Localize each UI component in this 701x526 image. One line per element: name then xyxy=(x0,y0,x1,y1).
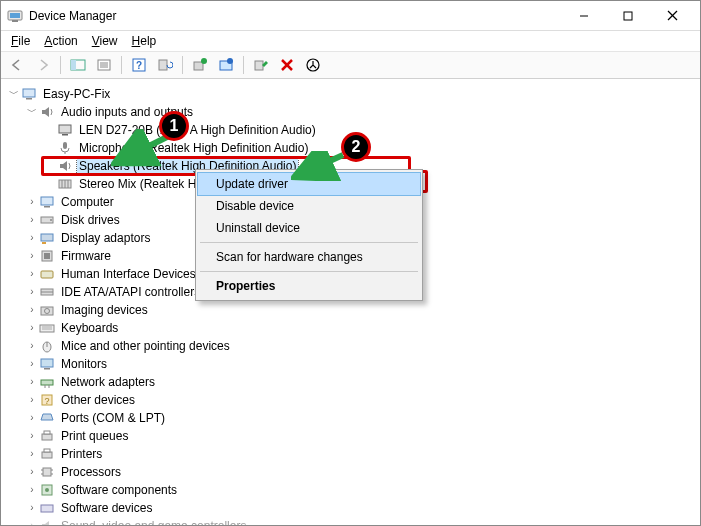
menu-action[interactable]: Action xyxy=(38,33,83,49)
display-adapter-icon xyxy=(39,230,55,246)
back-button[interactable] xyxy=(5,54,29,76)
show-hide-tree-button[interactable] xyxy=(66,54,90,76)
tree-category-printers[interactable]: › Printers xyxy=(7,445,696,463)
annotation-badge-2: 2 xyxy=(341,132,371,162)
menu-view[interactable]: View xyxy=(86,33,124,49)
chevron-right-icon[interactable]: › xyxy=(25,249,39,263)
refresh-devices-button[interactable] xyxy=(153,54,177,76)
context-update-driver[interactable]: Update driver xyxy=(198,173,420,195)
chevron-down-icon[interactable]: ﹀ xyxy=(25,105,39,119)
chevron-right-icon[interactable]: › xyxy=(25,429,39,443)
svg-rect-62 xyxy=(44,449,50,452)
tree-category-monitors[interactable]: › Monitors xyxy=(7,355,696,373)
tree-category-software-components[interactable]: › Software components xyxy=(7,481,696,499)
tree-category-processors[interactable]: › Processors xyxy=(7,463,696,481)
svg-rect-38 xyxy=(41,234,53,241)
tree-category-other[interactable]: › ? Other devices xyxy=(7,391,696,409)
category-label: Mice and other pointing devices xyxy=(59,338,232,354)
menu-help[interactable]: Help xyxy=(126,33,163,49)
tree-category-ports[interactable]: › Ports (COM & LPT) xyxy=(7,409,696,427)
chevron-right-icon[interactable]: › xyxy=(25,411,39,425)
keyboard-icon xyxy=(39,320,55,336)
context-properties[interactable]: Properties xyxy=(198,275,420,297)
chevron-right-icon[interactable]: › xyxy=(25,231,39,245)
close-button[interactable] xyxy=(650,2,694,30)
tree-category-network[interactable]: › Network adapters xyxy=(7,373,696,391)
svg-rect-35 xyxy=(44,206,50,208)
chevron-right-icon[interactable]: › xyxy=(25,483,39,497)
hid-icon xyxy=(39,266,55,282)
chevron-down-icon[interactable]: ﹀ xyxy=(7,87,21,101)
chevron-right-icon[interactable]: › xyxy=(25,375,39,389)
context-scan-hardware[interactable]: Scan for hardware changes xyxy=(198,246,420,268)
svg-point-69 xyxy=(45,488,49,492)
computer-icon xyxy=(39,194,55,210)
context-uninstall-device[interactable]: Uninstall device xyxy=(198,217,420,239)
tree-category-software-devices[interactable]: › Software devices xyxy=(7,499,696,517)
category-label: Display adaptors xyxy=(59,230,152,246)
enable-device-button[interactable] xyxy=(249,54,273,76)
svg-rect-4 xyxy=(624,12,632,20)
chevron-right-icon[interactable]: › xyxy=(25,357,39,371)
tree-category-print-queues[interactable]: › Print queues xyxy=(7,427,696,445)
properties-button[interactable] xyxy=(92,54,116,76)
forward-button[interactable] xyxy=(31,54,55,76)
scan-hardware-button[interactable] xyxy=(214,54,238,76)
speaker-icon xyxy=(57,158,73,174)
divider xyxy=(200,242,418,243)
chevron-right-icon[interactable]: › xyxy=(25,321,39,335)
svg-rect-27 xyxy=(62,134,68,136)
chevron-right-icon[interactable]: › xyxy=(25,519,39,526)
svg-point-19 xyxy=(227,58,233,64)
help-button[interactable]: ? xyxy=(127,54,151,76)
chevron-right-icon[interactable]: › xyxy=(25,213,39,227)
divider xyxy=(200,271,418,272)
other-devices-icon: ? xyxy=(39,392,55,408)
svg-rect-15 xyxy=(159,60,167,70)
printer-icon xyxy=(39,446,55,462)
camera-icon xyxy=(39,302,55,318)
svg-rect-25 xyxy=(26,98,32,100)
svg-rect-16 xyxy=(194,62,203,70)
chevron-right-icon[interactable]: › xyxy=(25,501,39,515)
maximize-button[interactable] xyxy=(606,2,650,30)
port-icon xyxy=(39,410,55,426)
tree-category-sound-video[interactable]: › Sound, video and game controllers xyxy=(7,517,696,526)
category-label: Monitors xyxy=(59,356,109,372)
chevron-right-icon[interactable]: › xyxy=(25,447,39,461)
chevron-right-icon[interactable]: › xyxy=(25,465,39,479)
tree-category-mice[interactable]: › Mice and other pointing devices xyxy=(7,337,696,355)
chevron-right-icon[interactable]: › xyxy=(25,195,39,209)
menu-bar: File Action View Help xyxy=(1,31,700,51)
category-label: Keyboards xyxy=(59,320,120,336)
uninstall-device-button[interactable] xyxy=(275,54,299,76)
category-label: Print queues xyxy=(59,428,130,444)
chevron-right-icon[interactable]: › xyxy=(25,393,39,407)
disable-device-button[interactable] xyxy=(301,54,325,76)
device-manager-icon xyxy=(7,8,23,24)
chevron-right-icon[interactable]: › xyxy=(25,339,39,353)
tree-category-audio[interactable]: ﹀ Audio inputs and outputs xyxy=(7,103,696,121)
menu-file[interactable]: File xyxy=(5,33,36,49)
category-label: Sound, video and game controllers xyxy=(59,518,248,526)
svg-rect-8 xyxy=(71,60,76,70)
minimize-button[interactable] xyxy=(562,2,606,30)
category-label: Printers xyxy=(59,446,104,462)
context-disable-device[interactable]: Disable device xyxy=(198,195,420,217)
update-driver-button[interactable] xyxy=(188,54,212,76)
chevron-right-icon[interactable]: › xyxy=(25,303,39,317)
svg-rect-2 xyxy=(12,20,18,22)
svg-rect-60 xyxy=(44,431,50,434)
svg-rect-20 xyxy=(255,61,263,70)
chevron-right-icon[interactable]: › xyxy=(25,285,39,299)
tree-category-imaging[interactable]: › Imaging devices xyxy=(7,301,696,319)
svg-point-37 xyxy=(50,219,52,221)
toolbar: ? xyxy=(1,51,700,79)
svg-rect-24 xyxy=(23,89,35,97)
tree-root[interactable]: ﹀ Easy-PC-Fix xyxy=(7,85,696,103)
tree-category-keyboards[interactable]: › Keyboards xyxy=(7,319,696,337)
annotation-badge-1: 1 xyxy=(159,111,189,141)
device-label: LEN D27-20B (AMD A High Definition Audio… xyxy=(77,122,318,138)
printer-icon xyxy=(39,428,55,444)
chevron-right-icon[interactable]: › xyxy=(25,267,39,281)
